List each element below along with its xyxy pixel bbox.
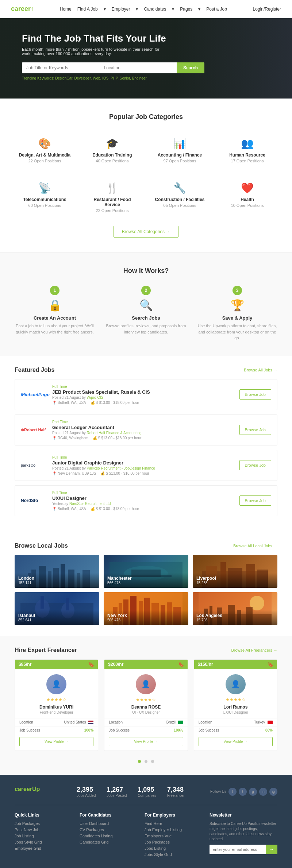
hero-title: Find The Job That Fits Your Life	[22, 33, 270, 44]
employer-link-3[interactable]: Employers Vue	[145, 834, 202, 838]
category-item[interactable]: 📡 Telecommunications 60 Open Positions	[15, 176, 75, 219]
category-item[interactable]: 🔧 Construction / Facilities 05 Open Posi…	[150, 176, 210, 219]
newsletter-col: Newsletter Subscribe to CareerUp Pacific…	[210, 813, 277, 859]
freelancer-avatar-3: 👤	[226, 674, 246, 694]
trophy-icon: 🏆	[197, 299, 277, 312]
category-item[interactable]: 🍴 Restaurant / Food Service 22 Open Posi…	[82, 176, 142, 219]
nav-home[interactable]: Home	[60, 7, 72, 12]
flag-us-1	[88, 721, 93, 724]
browse-all-local-link[interactable]: Browse All Local Jobs →	[233, 544, 277, 548]
company-link-2[interactable]: Robert Half Finance & Accounting	[87, 431, 142, 435]
candidate-link-3[interactable]: Candidates Listing	[80, 834, 137, 838]
browse-job-btn-2[interactable]: Browse Job	[239, 425, 271, 435]
category-item[interactable]: 👥 Human Resource 17 Open Positions	[217, 132, 277, 169]
nav-find-job[interactable]: Find A Job	[77, 7, 98, 12]
quick-link-2[interactable]: Post New Job	[15, 828, 72, 832]
nav-pages[interactable]: Pages	[180, 7, 192, 12]
michael-page-logo: MichaelPage	[21, 392, 50, 397]
freelancer-location-2: Location Brazil	[104, 718, 187, 726]
quick-link-4[interactable]: Jobs Style Grid	[15, 840, 72, 844]
browse-job-btn-3[interactable]: Browse Job	[239, 460, 271, 470]
login-register[interactable]: Login/Register	[253, 7, 281, 12]
candidates-col: For Candidates User Dashboard CV Package…	[80, 813, 137, 859]
city-card-losangeles[interactable]: Los Angeles 15,798	[193, 592, 277, 625]
company-link-3[interactable]: Parkcso Recruitment - JobDesign Finance	[87, 466, 155, 470]
category-name: Accounting / Finance	[153, 153, 206, 158]
browse-categories-button[interactable]: Browse All Categories →	[114, 226, 179, 238]
flag-tr-3	[268, 721, 273, 724]
job-logo-3: parksCo	[21, 463, 46, 467]
category-item[interactable]: 🎓 Education Training 40 Open Positions	[82, 132, 142, 169]
flag-br-2	[178, 721, 183, 724]
company-link-4[interactable]: NordStor Recruitment Ltd	[69, 502, 111, 506]
footer-stats: 2,395 Jobs Added 1,267 Jobs Posted 1,095…	[77, 786, 185, 798]
job-meta-4: 📍 Bothell, WA, USA 💰 $ $13.00 - $18.00 p…	[52, 507, 234, 511]
google-icon[interactable]: g	[249, 788, 257, 796]
browse-all-jobs-link[interactable]: Browse All Jobs →	[244, 368, 277, 372]
category-name: Health	[221, 197, 274, 202]
employer-link-5[interactable]: Jobs Listing	[145, 846, 202, 850]
losangeles-count: 15,798	[196, 618, 274, 622]
pagination-dot-1[interactable]	[138, 760, 141, 763]
city-card-manchester[interactable]: Manchester 566,478	[104, 555, 188, 588]
view-profile-btn-2[interactable]: View Profile →	[109, 737, 183, 746]
candidate-link-4[interactable]: Candidates Grid	[80, 840, 137, 844]
quick-link-5[interactable]: Employee Grid	[15, 846, 72, 850]
instagram-icon[interactable]: ig	[269, 788, 277, 796]
salary-2-icon: 💰 $ $13.00 - $18.00 per hour	[93, 436, 141, 440]
twitter-icon[interactable]: t	[239, 788, 247, 796]
newsletter-submit-button[interactable]: →	[266, 845, 277, 854]
linkedin-icon[interactable]: in	[259, 788, 267, 796]
category-item[interactable]: 📊 Accounting / Finance 97 Open Positions	[150, 132, 210, 169]
newsletter-form: →	[210, 845, 277, 854]
browse-job-btn-4[interactable]: Browse Job	[239, 495, 271, 506]
freelancer-section: Hire Expert Freelancer Browse All Freela…	[0, 636, 292, 775]
salary-3-icon: 💰 $ $13.00 - $16.00 per hour	[100, 471, 149, 475]
city-card-london[interactable]: London 152,141	[15, 555, 99, 588]
category-count: 10 Open Positions	[221, 203, 274, 208]
freelancer-location-1: Location United States	[15, 718, 98, 726]
browse-all-freelancers-link[interactable]: Browse All Freelancers →	[231, 648, 277, 652]
robert-half-logo: ⊕Robert Half	[21, 428, 46, 432]
job-search-input[interactable]	[22, 62, 99, 73]
logo[interactable]: career↑	[11, 5, 34, 13]
category-item[interactable]: ❤️ Health 10 Open Positions	[217, 176, 277, 219]
success-label-1: Job Success	[19, 728, 40, 732]
hero-subtitle: Each month, more than 7 million jobseeke…	[22, 47, 168, 56]
pagination-dot-2[interactable]	[145, 760, 147, 763]
job-posted-1: Posted 21 August by Wipro CIS	[52, 396, 234, 400]
employer-link-1[interactable]: Find Here	[145, 821, 202, 826]
view-profile-btn-1[interactable]: View Profile →	[19, 737, 93, 746]
svg-rect-21	[41, 596, 44, 609]
candidate-link-2[interactable]: CV Packages	[80, 828, 137, 832]
logo-accent: ↑	[31, 5, 34, 12]
quick-link-3[interactable]: Job Listing	[15, 834, 72, 838]
newyork-count: 506,478	[107, 618, 185, 622]
quick-link-1[interactable]: Job Packages	[15, 821, 72, 826]
category-item[interactable]: 🎨 Design, Art & Multimedia 22 Open Posit…	[15, 132, 75, 169]
employer-link-4[interactable]: Job Packages	[145, 840, 202, 844]
city-card-liverpool[interactable]: Liverpool 15,255	[193, 555, 277, 588]
nav-employer[interactable]: Employer	[112, 7, 130, 12]
nav-candidates[interactable]: Candidates	[144, 7, 166, 12]
category-count: 22 Open Positions	[86, 208, 139, 213]
employer-link-2[interactable]: Job Employer Listing	[145, 828, 202, 832]
newsletter-input[interactable]	[210, 845, 266, 854]
location-input[interactable]	[99, 62, 176, 73]
how-step-desc-1: Post a job to tell us about your project…	[15, 323, 95, 335]
pagination-dot-3[interactable]	[151, 760, 154, 763]
svg-rect-23	[66, 598, 69, 610]
city-card-newyork[interactable]: New York 506,478	[104, 592, 188, 625]
company-link-1[interactable]: Wipro CIS	[87, 396, 104, 400]
stat-freelancer: 7,348 Freelancer	[167, 786, 185, 798]
freelancer-stars-1: ★★★★☆	[15, 697, 98, 702]
candidate-link-1[interactable]: User Dashboard	[80, 821, 137, 826]
facebook-icon[interactable]: f	[228, 788, 237, 796]
employer-link-6[interactable]: Jobs Style Grid	[145, 852, 202, 857]
city-card-istanbul[interactable]: Istanbul 852,641	[15, 592, 99, 625]
job-logo-4: NordSto	[21, 498, 46, 503]
view-profile-btn-3[interactable]: View Profile →	[199, 737, 273, 746]
browse-job-btn-1[interactable]: Browse Job	[239, 389, 271, 400]
search-button[interactable]: Search	[177, 62, 204, 73]
nav-post-job[interactable]: Post a Job	[206, 7, 227, 12]
